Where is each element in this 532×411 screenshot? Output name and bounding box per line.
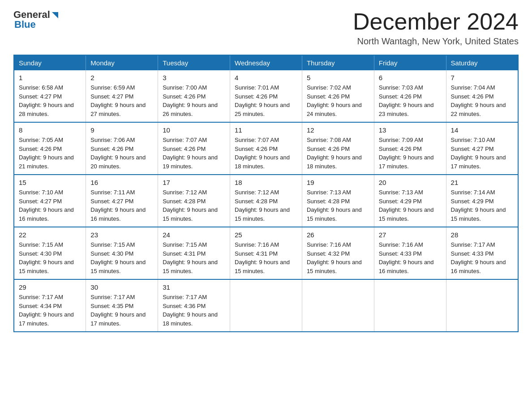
day-header-friday: Friday [374,55,446,70]
calendar-day-cell [446,279,518,332]
day-info: Sunrise: 7:11 AM Sunset: 4:27 PM Dayligh… [90,188,153,223]
calendar-day-cell: 12 Sunrise: 7:08 AM Sunset: 4:26 PM Dayl… [302,122,374,175]
day-info: Sunrise: 7:17 AM Sunset: 4:33 PM Dayligh… [451,240,513,275]
day-header-saturday: Saturday [446,55,518,70]
day-info: Sunrise: 7:17 AM Sunset: 4:36 PM Dayligh… [163,293,225,328]
day-info: Sunrise: 7:16 AM Sunset: 4:32 PM Dayligh… [307,240,369,275]
day-number: 7 [451,74,513,81]
calendar-day-cell: 16 Sunrise: 7:11 AM Sunset: 4:27 PM Dayl… [86,175,158,227]
day-number: 19 [307,179,369,186]
day-info: Sunrise: 7:13 AM Sunset: 4:29 PM Dayligh… [379,188,442,223]
logo-blue-text: Blue [14,19,36,30]
day-info: Sunrise: 7:15 AM Sunset: 4:31 PM Dayligh… [163,240,225,275]
day-number: 4 [235,74,297,81]
day-header-tuesday: Tuesday [158,55,230,70]
day-info: Sunrise: 7:07 AM Sunset: 4:26 PM Dayligh… [163,136,225,171]
calendar-day-cell: 22 Sunrise: 7:15 AM Sunset: 4:30 PM Dayl… [14,227,86,279]
day-number: 6 [379,74,442,81]
calendar-day-cell: 9 Sunrise: 7:06 AM Sunset: 4:26 PM Dayli… [86,122,158,175]
day-info: Sunrise: 7:04 AM Sunset: 4:26 PM Dayligh… [451,83,513,118]
logo: General Blue [13,9,59,30]
day-info: Sunrise: 7:01 AM Sunset: 4:26 PM Dayligh… [235,83,297,118]
day-info: Sunrise: 7:08 AM Sunset: 4:26 PM Dayligh… [307,136,369,171]
calendar-week-row: 1 Sunrise: 6:58 AM Sunset: 4:27 PM Dayli… [14,70,518,122]
calendar-week-row: 29 Sunrise: 7:17 AM Sunset: 4:34 PM Dayl… [14,279,518,332]
location-title: North Wantagh, New York, United States [353,36,519,47]
day-number: 22 [19,231,81,239]
calendar-day-cell: 3 Sunrise: 7:00 AM Sunset: 4:26 PM Dayli… [158,70,230,122]
day-number: 14 [451,126,513,134]
day-info: Sunrise: 7:17 AM Sunset: 4:34 PM Dayligh… [19,293,81,328]
day-number: 15 [19,179,81,186]
day-number: 23 [90,231,153,239]
day-header-monday: Monday [86,55,158,70]
day-number: 21 [451,179,513,186]
month-title: December 2024 [353,9,519,34]
page-header: General Blue December 2024 North Wantagh… [13,9,519,47]
day-number: 17 [163,179,225,186]
day-number: 18 [235,179,297,186]
day-info: Sunrise: 7:17 AM Sunset: 4:35 PM Dayligh… [90,293,153,328]
day-header-sunday: Sunday [14,55,86,70]
day-info: Sunrise: 7:07 AM Sunset: 4:26 PM Dayligh… [235,136,297,171]
day-number: 3 [163,74,225,81]
day-header-thursday: Thursday [302,55,374,70]
day-number: 28 [451,231,513,239]
calendar-day-cell: 10 Sunrise: 7:07 AM Sunset: 4:26 PM Dayl… [158,122,230,175]
day-number: 25 [235,231,297,239]
calendar-day-cell: 5 Sunrise: 7:02 AM Sunset: 4:26 PM Dayli… [302,70,374,122]
svg-marker-0 [52,12,58,18]
calendar-day-cell: 23 Sunrise: 7:15 AM Sunset: 4:30 PM Dayl… [86,227,158,279]
day-number: 12 [307,126,369,134]
day-number: 24 [163,231,225,239]
calendar-day-cell: 20 Sunrise: 7:13 AM Sunset: 4:29 PM Dayl… [374,175,446,227]
day-info: Sunrise: 6:59 AM Sunset: 4:27 PM Dayligh… [90,83,153,118]
day-info: Sunrise: 7:09 AM Sunset: 4:26 PM Dayligh… [379,136,442,171]
day-number: 16 [90,179,153,186]
day-number: 9 [90,126,153,134]
day-info: Sunrise: 7:00 AM Sunset: 4:26 PM Dayligh… [163,83,225,118]
day-number: 31 [163,283,225,291]
calendar-day-cell: 14 Sunrise: 7:10 AM Sunset: 4:27 PM Dayl… [446,122,518,175]
calendar-day-cell: 18 Sunrise: 7:12 AM Sunset: 4:28 PM Dayl… [230,175,302,227]
day-info: Sunrise: 7:05 AM Sunset: 4:26 PM Dayligh… [19,136,81,171]
calendar-day-cell: 6 Sunrise: 7:03 AM Sunset: 4:26 PM Dayli… [374,70,446,122]
day-info: Sunrise: 7:15 AM Sunset: 4:30 PM Dayligh… [19,240,81,275]
logo-arrow-icon [51,11,59,19]
day-info: Sunrise: 7:12 AM Sunset: 4:28 PM Dayligh… [163,188,225,223]
calendar-day-cell: 30 Sunrise: 7:17 AM Sunset: 4:35 PM Dayl… [86,279,158,332]
day-info: Sunrise: 7:16 AM Sunset: 4:31 PM Dayligh… [235,240,297,275]
calendar-table: SundayMondayTuesdayWednesdayThursdayFrid… [13,55,519,332]
day-number: 8 [19,126,81,134]
day-info: Sunrise: 7:14 AM Sunset: 4:29 PM Dayligh… [451,188,513,223]
calendar-day-cell: 17 Sunrise: 7:12 AM Sunset: 4:28 PM Dayl… [158,175,230,227]
calendar-day-cell: 25 Sunrise: 7:16 AM Sunset: 4:31 PM Dayl… [230,227,302,279]
day-info: Sunrise: 7:16 AM Sunset: 4:33 PM Dayligh… [379,240,442,275]
calendar-day-cell: 2 Sunrise: 6:59 AM Sunset: 4:27 PM Dayli… [86,70,158,122]
calendar-day-cell: 1 Sunrise: 6:58 AM Sunset: 4:27 PM Dayli… [14,70,86,122]
calendar-day-cell: 4 Sunrise: 7:01 AM Sunset: 4:26 PM Dayli… [230,70,302,122]
day-number: 1 [19,74,81,81]
day-info: Sunrise: 7:02 AM Sunset: 4:26 PM Dayligh… [307,83,369,118]
day-info: Sunrise: 7:12 AM Sunset: 4:28 PM Dayligh… [235,188,297,223]
calendar-day-cell: 8 Sunrise: 7:05 AM Sunset: 4:26 PM Dayli… [14,122,86,175]
day-info: Sunrise: 7:10 AM Sunset: 4:27 PM Dayligh… [451,136,513,171]
calendar-day-cell [374,279,446,332]
day-header-wednesday: Wednesday [230,55,302,70]
day-number: 11 [235,126,297,134]
calendar-day-cell: 11 Sunrise: 7:07 AM Sunset: 4:26 PM Dayl… [230,122,302,175]
calendar-day-cell: 24 Sunrise: 7:15 AM Sunset: 4:31 PM Dayl… [158,227,230,279]
calendar-day-cell: 26 Sunrise: 7:16 AM Sunset: 4:32 PM Dayl… [302,227,374,279]
day-info: Sunrise: 7:06 AM Sunset: 4:26 PM Dayligh… [90,136,153,171]
day-number: 10 [163,126,225,134]
calendar-day-cell [230,279,302,332]
day-info: Sunrise: 7:15 AM Sunset: 4:30 PM Dayligh… [90,240,153,275]
calendar-day-cell: 28 Sunrise: 7:17 AM Sunset: 4:33 PM Dayl… [446,227,518,279]
day-number: 2 [90,74,153,81]
day-info: Sunrise: 7:10 AM Sunset: 4:27 PM Dayligh… [19,188,81,223]
calendar-day-cell: 21 Sunrise: 7:14 AM Sunset: 4:29 PM Dayl… [446,175,518,227]
calendar-week-row: 22 Sunrise: 7:15 AM Sunset: 4:30 PM Dayl… [14,227,518,279]
calendar-day-cell [302,279,374,332]
day-info: Sunrise: 7:03 AM Sunset: 4:26 PM Dayligh… [379,83,442,118]
day-info: Sunrise: 6:58 AM Sunset: 4:27 PM Dayligh… [19,83,81,118]
